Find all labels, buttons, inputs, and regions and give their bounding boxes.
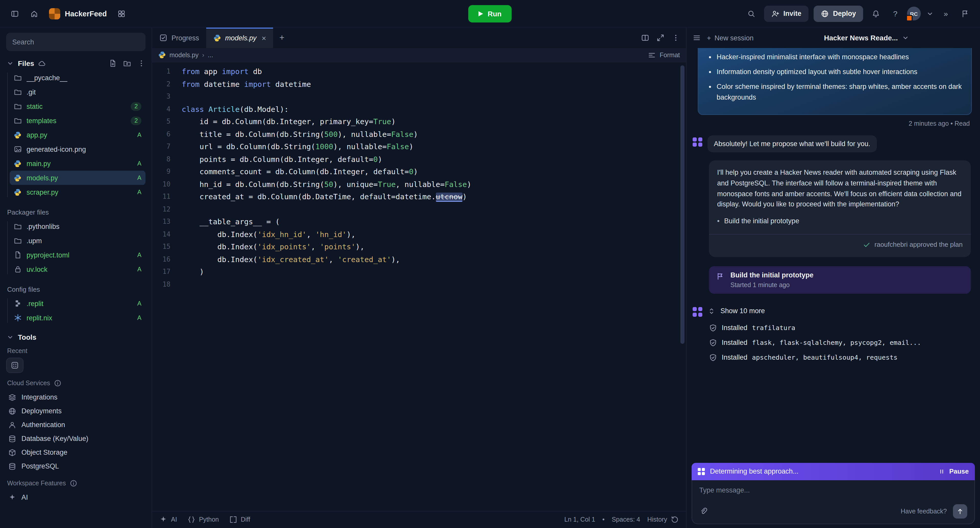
new-folder-icon[interactable] (123, 59, 131, 67)
account-avatar[interactable]: RC (907, 6, 921, 21)
style-bullet: Color scheme inspired by terminal themes… (717, 82, 963, 103)
files-section-header[interactable]: Files (6, 59, 145, 67)
file-item-app-py[interactable]: app.pyA (10, 128, 145, 142)
deploy-button[interactable]: Deploy (814, 5, 863, 22)
sidebar-item-integrations[interactable]: Integrations (6, 390, 145, 404)
info-icon[interactable] (69, 479, 78, 487)
sidebar-search[interactable] (6, 33, 145, 51)
tab-models-py[interactable]: models.py × (206, 27, 273, 48)
notifications-bell-icon[interactable] (868, 6, 883, 21)
show-more-row[interactable]: Show 10 more (693, 305, 974, 317)
sidebar-item-postgresql[interactable]: PostgreSQL (6, 459, 145, 473)
info-icon[interactable] (54, 379, 62, 387)
editor-scrollbar[interactable] (680, 65, 684, 344)
session-title-dropdown[interactable]: Hacker News Reade... (824, 34, 910, 42)
file-item-static[interactable]: static2 (10, 99, 145, 113)
topbar-center: Run (468, 5, 512, 22)
line-number: 8 (152, 153, 182, 166)
new-file-icon[interactable] (109, 59, 117, 67)
file-item-models-py[interactable]: models.pyA (10, 171, 145, 185)
breadcrumb-separator: › (202, 51, 204, 59)
new-tab-button[interactable]: + (273, 27, 291, 48)
sidebar-item-label: Authentication (21, 421, 65, 429)
file-item-templates[interactable]: templates2 (10, 113, 145, 128)
code-editor[interactable]: 1from app import db2from datetime import… (152, 62, 686, 510)
folder-icon (14, 116, 22, 124)
agent-logo-icon (698, 468, 705, 475)
close-tab-icon[interactable]: × (262, 33, 266, 42)
tools-section-header[interactable]: Tools (6, 333, 145, 341)
line-number: 4 (152, 103, 182, 115)
chat-scroll-area[interactable]: Style: Hacker-inspired minimalist interf… (687, 48, 980, 463)
sidebar-toggle-icon[interactable] (7, 6, 22, 21)
pane-menu-icon[interactable] (672, 34, 680, 42)
breadcrumb-more[interactable]: ... (208, 51, 213, 59)
file-item-uv-lock[interactable]: uv.lockA (10, 262, 145, 276)
workspace-chip[interactable]: HackerFeed (46, 8, 110, 19)
sidebar-item-authentication[interactable]: Authentication (6, 418, 145, 432)
home-icon[interactable] (27, 6, 42, 21)
file-item-generated-icon-png[interactable]: generated-icon.png (10, 142, 145, 156)
attach-file-icon[interactable] (699, 507, 708, 515)
send-button[interactable] (953, 504, 967, 518)
history-button[interactable]: History (647, 515, 679, 524)
file-item-replit-nix[interactable]: replit.nixA (10, 311, 145, 325)
line-number: 5 (152, 115, 182, 128)
file-item-pythonlibs[interactable]: .pythonlibs (10, 219, 145, 233)
agent-message-bubble: Absolutely! Let me propose what we'll bu… (707, 135, 877, 152)
statusbar-ai[interactable]: AI (159, 515, 177, 524)
recent-agent-tool-button[interactable] (6, 357, 24, 373)
python-icon (158, 51, 166, 59)
task-card-build-prototype[interactable]: Build the initial prototype Started 1 mi… (709, 266, 971, 294)
chevron-down-icon (6, 59, 14, 67)
cursor-position[interactable]: Ln 1, Col 1 (564, 516, 595, 523)
tools-header-label: Tools (18, 333, 37, 341)
files-header-label: Files (18, 59, 34, 67)
statusbar-diff[interactable]: Diff (229, 515, 250, 524)
code-line-3: 3 (152, 91, 686, 103)
search-input[interactable] (12, 38, 139, 46)
search-icon[interactable] (743, 6, 759, 21)
new-session-button[interactable]: + New session (707, 34, 754, 41)
session-list-icon[interactable] (693, 34, 701, 42)
sidebar-item-deployments[interactable]: Deployments (6, 404, 145, 418)
feedback-link[interactable]: Have feedback? (900, 507, 947, 515)
file-name: main.py (27, 160, 51, 167)
message-composer[interactable]: Have feedback? (692, 480, 975, 524)
globe-icon (8, 407, 16, 415)
flag-icon[interactable] (958, 6, 973, 21)
tab-progress[interactable]: Progress (152, 27, 206, 48)
sidebar-item-database-key-value[interactable]: Database (Key/Value) (6, 432, 145, 445)
apps-grid-icon[interactable] (114, 6, 129, 21)
run-button[interactable]: Run (468, 5, 512, 22)
file-item-replit[interactable]: .replitA (10, 296, 145, 311)
show-more-label: Show 10 more (721, 307, 765, 315)
pause-button[interactable]: Pause (937, 467, 969, 475)
statusbar-language[interactable]: Python (187, 515, 219, 524)
installed-row-2: Installed flask, flask-sqlalchemy, psyco… (709, 339, 974, 347)
file-item-main-py[interactable]: main.pyA (10, 156, 145, 171)
files-menu-icon[interactable] (137, 59, 145, 67)
collapse-panel-icon[interactable]: » (939, 7, 953, 20)
breadcrumb-file[interactable]: models.py (169, 51, 199, 59)
line-content: created_at = db.Column(db.DateTime, defa… (182, 191, 467, 203)
maximize-pane-icon[interactable] (656, 34, 665, 42)
format-button[interactable]: Format (648, 51, 680, 59)
spaces-setting[interactable]: Spaces: 4 (612, 516, 640, 523)
invite-button[interactable]: Invite (764, 5, 808, 22)
help-icon[interactable]: ? (889, 7, 902, 20)
account-chevron-icon[interactable] (926, 10, 934, 18)
sidebar-item-ai[interactable]: AI (6, 490, 145, 504)
message-input[interactable] (699, 486, 967, 494)
file-item-scraper-py[interactable]: scraper.pyA (10, 185, 145, 199)
file-item-git[interactable]: .git (10, 85, 145, 99)
split-pane-icon[interactable] (641, 34, 649, 42)
packager-files-label: Packager files (7, 209, 145, 216)
sidebar-item-object-storage[interactable]: Object Storage (6, 445, 145, 459)
file-item-upm[interactable]: .upm (10, 233, 145, 248)
file-name: .upm (27, 237, 42, 244)
file-item-pycache[interactable]: __pycache__ (10, 70, 145, 85)
run-label: Run (488, 10, 501, 18)
doc-icon (14, 251, 22, 259)
file-item-pyproject-toml[interactable]: pyproject.tomlA (10, 248, 145, 262)
